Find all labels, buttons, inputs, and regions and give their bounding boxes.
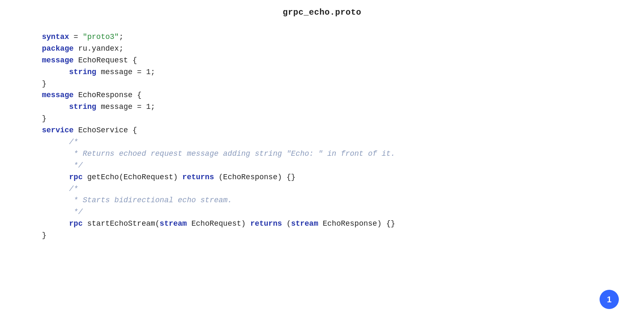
code-line: * Starts bidirectional echo stream. [42,195,602,206]
code-line: service EchoService { [42,125,602,137]
code-line: /* [42,183,602,195]
code-line: rpc startEchoStream(stream EchoRequest) … [42,218,602,230]
code-line: message EchoRequest { [42,55,602,67]
code-line: } [42,113,602,125]
code-line: rpc getEcho(EchoRequest) returns (EchoRe… [42,172,602,183]
code-line: */ [42,160,602,172]
code-line: */ [42,206,602,218]
number-badge[interactable]: 1 [600,290,619,309]
code-line: package ru.yandex; [42,43,602,55]
code-line: * Returns echoed request message adding … [42,148,602,160]
code-line: message EchoResponse { [42,90,602,101]
code-line: /* [42,137,602,148]
code-block: syntax = "proto3";package ru.yandex;mess… [0,27,644,246]
code-line: string message = 1; [42,101,602,113]
code-line: } [42,230,602,242]
page-title: grpc_echo.proto [0,0,644,27]
code-line: string message = 1; [42,67,602,78]
code-line: syntax = "proto3"; [42,31,602,43]
code-line: } [42,78,602,90]
